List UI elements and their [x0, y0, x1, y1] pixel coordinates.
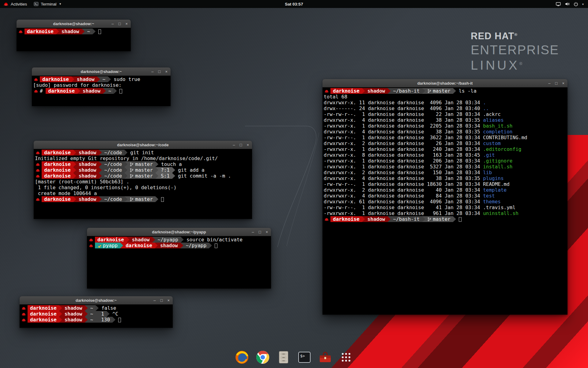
window-titlebar[interactable]: darknoise@shadow:~–□× [17, 20, 131, 28]
dock-chrome-icon[interactable] [254, 349, 271, 366]
prompt-separator-arrow [155, 173, 158, 179]
minimize-button[interactable]: – [151, 70, 153, 74]
output-text-exec: uninstall.sh [483, 210, 518, 216]
output-text-plain: [sudo] password for darknoise: [33, 82, 125, 88]
window-title: darknoise@shadow:~/bash-it [417, 81, 473, 86]
prompt-segment-path: ~ [88, 311, 96, 317]
volume-icon[interactable] [565, 2, 570, 6]
terminal-prompt-line: darknoiseshadow~/codemaster [35, 196, 251, 202]
terminal-prompt-line: darknoiseshadow~1^C [21, 311, 172, 317]
close-button[interactable]: × [266, 230, 268, 234]
activities-button[interactable]: Activities [0, 0, 30, 8]
terminal-cursor [215, 243, 217, 248]
top-bar: Activities Terminal ▼ Sat 03:57 ▾ [0, 0, 588, 8]
close-button[interactable]: × [125, 22, 128, 26]
prompt-separator-arrow [108, 76, 111, 82]
maximize-button[interactable]: □ [158, 70, 161, 74]
redhat-prompt-icon [89, 237, 93, 243]
close-button[interactable]: × [167, 298, 170, 302]
prompt-segment-git: master [127, 161, 155, 167]
prompt-segment-host: shadow [62, 305, 85, 311]
maximize-button[interactable]: □ [119, 22, 121, 26]
terminal-body[interactable]: darknoiseshadow~/codegit initInitialized… [34, 149, 252, 219]
window-titlebar[interactable]: darknoise@shadow:~/pyapp–□× [87, 228, 271, 236]
redhat-prompt-icon [89, 243, 93, 249]
dock-toolbox-icon[interactable] [317, 349, 334, 366]
prompt-separator-arrow [114, 88, 117, 94]
dock-firefox-icon[interactable] [234, 349, 250, 366]
close-button[interactable]: × [165, 70, 168, 74]
display-icon[interactable] [556, 2, 561, 6]
prompt-segment-git: master [425, 216, 453, 222]
prompt-separator-arrow [77, 88, 80, 94]
prompt-separator-arrow [422, 216, 425, 222]
terminal-output-line: drwxrwxr-x. 2 darknoise darknoise 150 Ja… [324, 170, 566, 175]
prompt-separator-arrow [99, 150, 102, 155]
terminal-window: darknoise@shadow:~/pyapp–□×darknoiseshad… [87, 228, 271, 289]
minimize-button[interactable]: – [233, 143, 235, 147]
terminal-body[interactable]: darknoiseshadow~/bash-itmasterls -latota… [322, 87, 567, 315]
redhat-prompt-icon [34, 88, 38, 94]
terminal-window: darknoise@shadow:~–□×darknoiseshadow~sud… [32, 67, 171, 106]
output-text-plain: -rw-rw-r--. 1 darknoise darknoise 3622 J… [324, 135, 483, 140]
prompt-separator-arrow [112, 317, 115, 323]
terminal-body[interactable]: darknoiseshadow~ [17, 28, 131, 51]
power-icon[interactable] [574, 2, 578, 6]
dock-terminal-icon[interactable]: $> [296, 349, 313, 366]
prompt-separator-arrow [172, 167, 175, 173]
maximize-button[interactable]: □ [240, 143, 242, 147]
prompt-segment-user: darknoise [95, 237, 126, 243]
prompt-segment-host: shadow [62, 311, 85, 317]
window-controls: –□× [233, 141, 249, 149]
dock-app-grid-icon[interactable] [338, 349, 354, 366]
window-controls: –□× [111, 20, 128, 28]
prompt-segment-host: shadow [76, 173, 99, 179]
app-menu-label: Terminal [41, 2, 56, 6]
prompt-segment-git: master [127, 173, 155, 179]
prompt-segment-path: ~ [106, 88, 114, 94]
prompt-segment-git: master [127, 167, 155, 173]
minimize-button[interactable]: – [548, 81, 550, 85]
caret-down-icon[interactable]: ▾ [582, 2, 584, 6]
output-text-plain: drwxrwxr-x. 2 darknoise darknoise 150 Ja… [324, 170, 483, 175]
window-titlebar[interactable]: darknoise@shadow:~–□× [20, 296, 173, 305]
terminal-body[interactable]: darknoiseshadow~sudo true[sudo] password… [32, 76, 171, 106]
window-title: darknoise@shadow:~ [81, 69, 122, 74]
command-text: git add a [178, 167, 205, 173]
app-menu-terminal[interactable]: Terminal ▼ [30, 0, 65, 8]
terminal-body[interactable]: darknoiseshadow~falsedarknoiseshadow~1^C… [20, 305, 173, 328]
output-text-dir: template [483, 187, 507, 193]
terminal-output-line: drwxrwxr-x. 11 darknoise darknoise 4096 … [324, 100, 566, 105]
prompt-segment-user: darknoise [40, 76, 71, 82]
command-text: git commit -a -m . [178, 173, 231, 179]
output-text-plain: -rw-rw-r--. 1 darknoise darknoise 22 Jan… [324, 111, 483, 117]
dock-files-icon[interactable] [275, 349, 292, 366]
prompt-separator-arrow [103, 88, 106, 94]
prompt-separator-arrow [71, 76, 74, 82]
window-titlebar[interactable]: darknoise@shadow:~/bash-it–□× [322, 79, 567, 87]
maximize-button[interactable]: □ [259, 230, 261, 234]
prompt-segment-host: shadow [62, 317, 85, 323]
maximize-button[interactable]: □ [160, 298, 163, 302]
redhat-prompt-icon [21, 305, 26, 311]
close-button[interactable]: × [562, 81, 564, 85]
terminal-body[interactable]: darknoiseshadow~/pyappsource bin/activat… [87, 236, 271, 289]
window-titlebar[interactable]: darknoise@shadow:~–□× [32, 67, 171, 76]
terminal-output-line: drwxrwxr-x. 2 darknoise darknoise 40 Jan… [324, 187, 566, 193]
output-text-dir: lib [483, 170, 492, 175]
system-tray[interactable]: ▾ [552, 0, 588, 8]
close-button[interactable]: × [247, 143, 249, 147]
prompt-separator-arrow [85, 311, 88, 317]
minimize-button[interactable]: – [252, 230, 254, 234]
window-title: darknoise@shadow:~/pyapp [152, 230, 206, 234]
window-titlebar[interactable]: darknoise@shadow:~/code–□× [34, 141, 252, 149]
prompt-segment-git: master [127, 196, 155, 202]
minimize-button[interactable]: – [153, 298, 156, 302]
output-text-plain: -rw-rw-r--. 1 darknoise darknoise 18630 … [324, 181, 483, 187]
minimize-button[interactable]: – [111, 22, 114, 26]
clock[interactable]: Sat 03:57 [285, 2, 303, 6]
maximize-button[interactable]: □ [555, 81, 558, 85]
output-text-plain: README.md [483, 181, 510, 187]
terminal-prompt-line: darknoiseshadow~/codemaster?:1git add a [35, 167, 251, 173]
branch-icon [130, 174, 134, 179]
